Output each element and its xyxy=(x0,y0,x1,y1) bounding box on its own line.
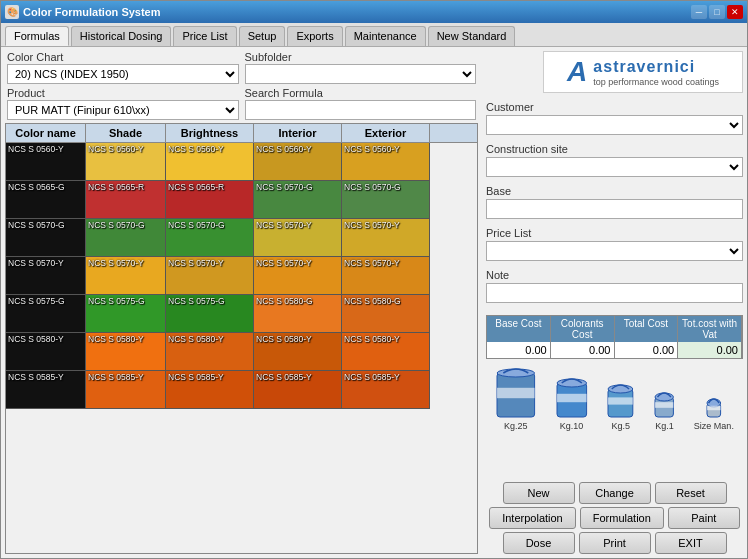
color-cell[interactable]: NCS S 0570-Y xyxy=(166,257,254,295)
can-item[interactable]: Kg.10 xyxy=(555,377,589,431)
paint-button[interactable]: Paint xyxy=(668,507,740,529)
color-cell[interactable]: NCS S 0585-Y xyxy=(254,371,342,409)
note-label: Note xyxy=(486,269,743,281)
color-cell-label: NCS S 0585-Y xyxy=(168,373,251,382)
color-cell[interactable]: NCS S 0585-Y xyxy=(166,371,254,409)
base-input[interactable] xyxy=(486,199,743,219)
color-cell[interactable]: NCS S 0570-G xyxy=(342,181,430,219)
price-list-select[interactable] xyxy=(486,241,743,261)
subfolder-select[interactable] xyxy=(245,64,477,84)
can-item[interactable]: Kg.5 xyxy=(606,383,635,431)
color-chart-label: Color Chart xyxy=(7,51,239,63)
tab-formulas[interactable]: Formulas xyxy=(5,26,69,46)
tab-maintenance[interactable]: Maintenance xyxy=(345,26,426,46)
color-cell[interactable]: NCS S 0575-G xyxy=(6,295,86,333)
color-cell-label: NCS S 0585-Y xyxy=(256,373,339,382)
color-cell[interactable]: NCS S 0570-Y xyxy=(86,257,166,295)
color-cell[interactable]: NCS S 0570-Y xyxy=(342,257,430,295)
color-cell[interactable]: NCS S 0580-Y xyxy=(166,333,254,371)
color-cell[interactable]: NCS S 0575-G xyxy=(86,295,166,333)
color-cell[interactable]: NCS S 0580-Y xyxy=(342,333,430,371)
color-cell[interactable]: NCS S 0565-R xyxy=(86,181,166,219)
color-cell-label: NCS S 0570-Y xyxy=(344,221,427,230)
svg-rect-5 xyxy=(557,394,587,402)
note-input[interactable] xyxy=(486,283,743,303)
color-cell-label: NCS S 0570-G xyxy=(256,183,339,192)
color-chart-select[interactable]: 20) NCS (INDEX 1950) xyxy=(7,64,239,84)
color-cell[interactable]: NCS S 0560-Y xyxy=(342,143,430,181)
base-label: Base xyxy=(486,185,743,197)
exit-button[interactable]: EXIT xyxy=(655,532,727,554)
color-cell[interactable]: NCS S 0585-Y xyxy=(86,371,166,409)
tab-setup[interactable]: Setup xyxy=(239,26,286,46)
reset-button[interactable]: Reset xyxy=(655,482,727,504)
close-button[interactable]: ✕ xyxy=(727,5,743,19)
color-cell[interactable]: NCS S 0570-Y xyxy=(342,219,430,257)
tab-exports[interactable]: Exports xyxy=(287,26,342,46)
cost-base-value: 0.00 xyxy=(487,342,551,358)
color-cell[interactable]: NCS S 0570-Y xyxy=(6,257,86,295)
product-form: Product PUR MATT (Finipur 610\xx) Search… xyxy=(5,87,478,120)
search-formula-input[interactable] xyxy=(245,100,477,120)
color-cell[interactable]: NCS S 0560-Y xyxy=(6,143,86,181)
minimize-button[interactable]: ─ xyxy=(691,5,707,19)
color-cell[interactable]: NCS S 0585-Y xyxy=(342,371,430,409)
change-button[interactable]: Change xyxy=(579,482,651,504)
color-cell-label: NCS S 0570-Y xyxy=(256,259,339,268)
color-cell[interactable]: NCS S 0565-R xyxy=(166,181,254,219)
color-cell-label: NCS S 0560-Y xyxy=(88,145,163,154)
interpolation-button[interactable]: Interpolation xyxy=(489,507,576,529)
can-item[interactable]: Kg.1 xyxy=(653,391,675,431)
dose-button[interactable]: Dose xyxy=(503,532,575,554)
color-cell[interactable]: NCS S 0580-Y xyxy=(86,333,166,371)
color-cell[interactable]: NCS S 0560-Y xyxy=(86,143,166,181)
maximize-button[interactable]: □ xyxy=(709,5,725,19)
customer-select[interactable] xyxy=(486,115,743,135)
color-cell[interactable]: NCS S 0585-Y xyxy=(6,371,86,409)
color-cell-label: NCS S 0560-Y xyxy=(344,145,427,154)
color-cell[interactable]: NCS S 0570-G xyxy=(6,219,86,257)
color-cell-label: NCS S 0585-Y xyxy=(8,373,83,382)
tab-price-list[interactable]: Price List xyxy=(173,26,236,46)
color-cell-label: NCS S 0570-G xyxy=(168,221,251,230)
color-cell[interactable]: NCS S 0580-Y xyxy=(6,333,86,371)
construction-select[interactable] xyxy=(486,157,743,177)
main-window: 🎨 Color Formulation System ─ □ ✕ Formula… xyxy=(0,0,748,559)
color-cell[interactable]: NCS S 0580-G xyxy=(254,295,342,333)
app-icon: 🎨 xyxy=(5,5,19,19)
cost-header-total-vat: Tot.cost with Vat xyxy=(678,316,742,342)
print-button[interactable]: Print xyxy=(579,532,651,554)
color-cell[interactable]: NCS S 0560-Y xyxy=(166,143,254,181)
color-cell[interactable]: NCS S 0570-Y xyxy=(254,219,342,257)
color-cell[interactable]: NCS S 0580-G xyxy=(342,295,430,333)
can-item[interactable]: Size Man. xyxy=(694,397,734,431)
color-cell[interactable]: NCS S 0560-Y xyxy=(254,143,342,181)
svg-point-7 xyxy=(608,385,633,393)
tab-historical-dosing[interactable]: Historical Dosing xyxy=(71,26,172,46)
logo-tagline: top performance wood coatings xyxy=(593,77,719,87)
buttons-area: New Change Reset Interpolation Formulati… xyxy=(486,482,743,554)
color-cell[interactable]: NCS S 0565-G xyxy=(6,181,86,219)
grid-header: Color name Shade Brightness Interior Ext… xyxy=(5,123,478,143)
color-cell-label: NCS S 0580-G xyxy=(344,297,427,306)
price-list-label: Price List xyxy=(486,227,743,239)
color-cell-label: NCS S 0560-Y xyxy=(168,145,251,154)
base-group: Base xyxy=(486,185,743,219)
color-cell[interactable]: NCS S 0570-Y xyxy=(254,257,342,295)
color-cell[interactable]: NCS S 0580-Y xyxy=(254,333,342,371)
color-cell-label: NCS S 0570-Y xyxy=(8,259,83,268)
color-grid-container: NCS S 0560-YNCS S 0560-YNCS S 0560-YNCS … xyxy=(5,143,478,554)
color-cell[interactable]: NCS S 0570-G xyxy=(86,219,166,257)
color-cell[interactable]: NCS S 0570-G xyxy=(166,219,254,257)
cost-total-value: 0.00 xyxy=(615,342,679,358)
tab-new-standard[interactable]: New Standard xyxy=(428,26,516,46)
can-item[interactable]: Kg.25 xyxy=(495,367,537,431)
color-cell[interactable]: NCS S 0575-G xyxy=(166,295,254,333)
price-list-group: Price List xyxy=(486,227,743,261)
color-cell-label: NCS S 0570-G xyxy=(344,183,427,192)
new-button[interactable]: New xyxy=(503,482,575,504)
product-select[interactable]: PUR MATT (Finipur 610\xx) xyxy=(7,100,239,120)
color-cell[interactable]: NCS S 0570-G xyxy=(254,181,342,219)
can-label: Kg.25 xyxy=(504,421,528,431)
formulation-button[interactable]: Formulation xyxy=(580,507,664,529)
